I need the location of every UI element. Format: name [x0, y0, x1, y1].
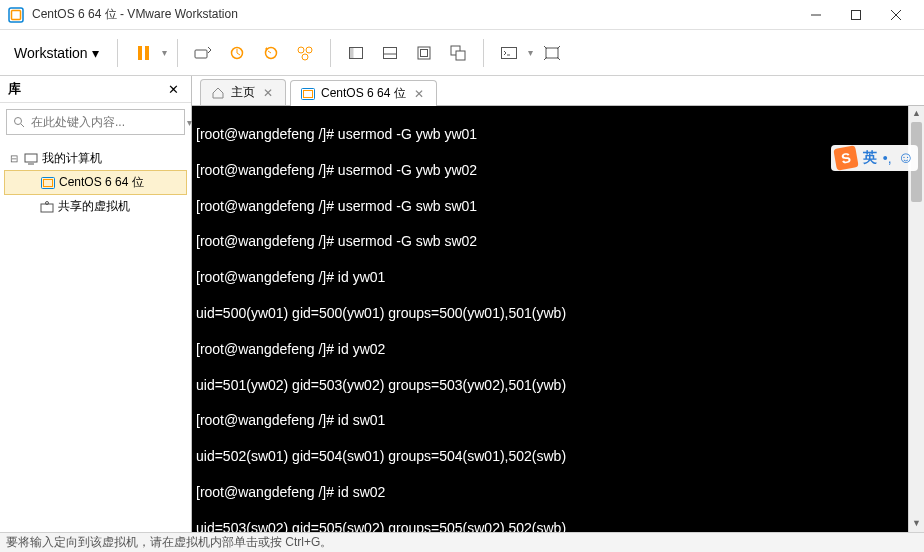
- svg-rect-23: [546, 48, 558, 58]
- main-panel: 主页 ✕ CentOS 6 64 位 ✕ [root@wangdefeng /]…: [192, 76, 924, 532]
- sidebar: 库 ✕ ▾ ⊟ 我的计算机 CentOS 6 64 位 共享的虚拟机: [0, 76, 192, 532]
- terminal-line: uid=500(yw01) gid=500(yw01) groups=500(y…: [196, 305, 920, 323]
- terminal-line: uid=502(sw01) gid=504(sw01) groups=504(s…: [196, 448, 920, 466]
- svg-rect-7: [145, 46, 149, 60]
- svg-rect-3: [852, 10, 861, 19]
- tab-close-button[interactable]: ✕: [412, 87, 426, 101]
- console-view-button[interactable]: [494, 38, 524, 68]
- svg-point-31: [46, 201, 49, 204]
- svg-rect-1: [12, 10, 21, 19]
- tree-item-centos[interactable]: CentOS 6 64 位: [4, 170, 187, 195]
- svg-rect-30: [41, 204, 53, 212]
- tab-bar: 主页 ✕ CentOS 6 64 位 ✕: [192, 76, 924, 106]
- terminal-line: uid=501(yw02) gid=503(yw02) groups=503(y…: [196, 377, 920, 395]
- terminal-line: [root@wangdefeng /]# usermod -G swb sw01: [196, 198, 920, 216]
- svg-point-24: [15, 118, 22, 125]
- close-button[interactable]: [876, 0, 916, 30]
- svg-rect-22: [501, 47, 516, 58]
- revert-snapshot-button[interactable]: [256, 38, 286, 68]
- svg-rect-29: [44, 179, 53, 186]
- search-icon: [13, 116, 25, 128]
- ime-logo-icon: S: [833, 145, 858, 170]
- ime-emoji-icon: ☺: [898, 149, 914, 167]
- scroll-down-arrow[interactable]: ▼: [909, 516, 924, 532]
- svg-rect-16: [383, 47, 396, 58]
- svg-rect-18: [418, 47, 430, 59]
- tree-item-label: 我的计算机: [42, 150, 102, 167]
- svg-rect-26: [25, 154, 37, 162]
- terminal-line: [root@wangdefeng /]# usermod -G ywb yw02: [196, 162, 920, 180]
- tree-item-label: CentOS 6 64 位: [59, 174, 144, 191]
- separator: [117, 39, 118, 67]
- tab-label: 主页: [231, 84, 255, 101]
- sidebar-header: 库 ✕: [0, 76, 191, 103]
- unity-button[interactable]: [443, 38, 473, 68]
- tab-home[interactable]: 主页 ✕: [200, 79, 286, 105]
- tree-item-shared-vms[interactable]: 共享的虚拟机: [4, 195, 187, 218]
- svg-rect-19: [420, 49, 427, 56]
- terminal-line: [root@wangdefeng /]# id yw02: [196, 341, 920, 359]
- terminal-line: [root@wangdefeng /]# id yw01: [196, 269, 920, 287]
- svg-point-13: [302, 54, 308, 60]
- shared-icon: [40, 201, 54, 213]
- workstation-menu-label: Workstation: [14, 45, 88, 61]
- chevron-down-icon[interactable]: ▾: [528, 47, 533, 58]
- terminal-line: uid=503(sw02) gid=505(sw02) groups=505(s…: [196, 520, 920, 532]
- content-area: 库 ✕ ▾ ⊟ 我的计算机 CentOS 6 64 位 共享的虚拟机: [0, 76, 924, 532]
- maximize-button[interactable]: [836, 0, 876, 30]
- library-tree: ⊟ 我的计算机 CentOS 6 64 位 共享的虚拟机: [0, 141, 191, 532]
- toolbar: Workstation ▾ ▾ ▾: [0, 30, 924, 76]
- ime-punct-icon: •,: [883, 150, 892, 166]
- tab-close-button[interactable]: ✕: [261, 86, 275, 100]
- titlebar: CentOS 6 64 位 - VMware Workstation: [0, 0, 924, 30]
- separator: [483, 39, 484, 67]
- svg-line-25: [21, 124, 24, 127]
- search-input[interactable]: [31, 115, 181, 129]
- scroll-up-arrow[interactable]: ▲: [909, 106, 924, 122]
- terminal-line: [root@wangdefeng /]# id sw02: [196, 484, 920, 502]
- sidebar-close-button[interactable]: ✕: [164, 82, 183, 97]
- tree-collapse-icon[interactable]: ⊟: [8, 153, 20, 164]
- minimize-button[interactable]: [796, 0, 836, 30]
- svg-rect-33: [304, 90, 313, 97]
- terminal[interactable]: [root@wangdefeng /]# usermod -G ywb yw01…: [192, 106, 924, 532]
- ime-language: 英: [863, 149, 877, 167]
- window-title: CentOS 6 64 位 - VMware Workstation: [32, 6, 796, 23]
- chevron-down-icon: ▾: [92, 45, 99, 61]
- vm-icon: [301, 88, 315, 100]
- snapshot-button[interactable]: [222, 38, 252, 68]
- view-single-button[interactable]: [341, 38, 371, 68]
- statusbar: 要将输入定向到该虚拟机，请在虚拟机内部单击或按 Ctrl+G。: [0, 532, 924, 552]
- svg-point-12: [306, 47, 312, 53]
- ime-indicator[interactable]: S 英 •, ☺: [831, 145, 918, 171]
- search-box[interactable]: ▾: [6, 109, 185, 135]
- chevron-down-icon[interactable]: ▾: [162, 47, 167, 58]
- app-icon: [8, 7, 24, 23]
- svg-rect-21: [456, 51, 465, 60]
- statusbar-text: 要将输入定向到该虚拟机，请在虚拟机内部单击或按 Ctrl+G。: [6, 534, 332, 551]
- tab-centos[interactable]: CentOS 6 64 位 ✕: [290, 80, 437, 106]
- svg-point-11: [298, 47, 304, 53]
- fullscreen-button[interactable]: [409, 38, 439, 68]
- separator: [177, 39, 178, 67]
- svg-rect-15: [349, 47, 353, 58]
- vm-icon: [41, 177, 55, 189]
- tab-label: CentOS 6 64 位: [321, 85, 406, 102]
- manage-snapshots-button[interactable]: [290, 38, 320, 68]
- sidebar-title: 库: [8, 80, 164, 98]
- tree-item-my-computer[interactable]: ⊟ 我的计算机: [4, 147, 187, 170]
- computer-icon: [24, 153, 38, 165]
- terminal-line: [root@wangdefeng /]# usermod -G ywb yw01: [196, 126, 920, 144]
- terminal-line: [root@wangdefeng /]# usermod -G swb sw02: [196, 233, 920, 251]
- view-thumbnail-button[interactable]: [375, 38, 405, 68]
- stretch-guest-button[interactable]: [537, 38, 567, 68]
- send-ctrl-alt-del-button[interactable]: [188, 38, 218, 68]
- tree-item-label: 共享的虚拟机: [58, 198, 130, 215]
- separator: [330, 39, 331, 67]
- home-icon: [211, 87, 225, 99]
- terminal-line: [root@wangdefeng /]# id sw01: [196, 412, 920, 430]
- svg-rect-6: [138, 46, 142, 60]
- workstation-menu[interactable]: Workstation ▾: [6, 41, 107, 65]
- pause-button[interactable]: [128, 38, 158, 68]
- svg-rect-8: [195, 50, 207, 58]
